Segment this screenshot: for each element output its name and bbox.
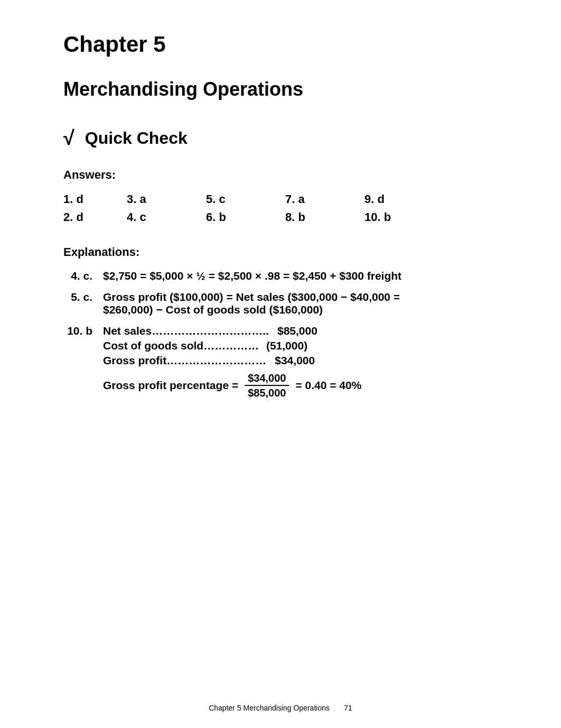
footer-text: Chapter 5 Merchandising Operations xyxy=(209,704,330,712)
explanation-4c-number: 4. c. xyxy=(63,270,92,282)
answer-1: 1. d xyxy=(63,192,127,206)
explanation-4c: 4. c. $2,750 = $5,000 × ½ = $2,500 × .98… xyxy=(63,270,498,282)
gross-profit-value: $34,000 xyxy=(273,354,315,367)
chapter-title: Chapter 5 xyxy=(63,32,498,57)
answer-5: 5. c xyxy=(206,192,285,206)
answer-6: 6. b xyxy=(206,210,285,224)
gp-fraction-numerator: $34,000 xyxy=(245,371,289,386)
gp-fraction-denominator: $85,000 xyxy=(245,386,289,400)
footer-page-number: 71 xyxy=(344,704,352,712)
explanation-4c-text: $2,750 = $5,000 × ½ = $2,500 × .98 = $2,… xyxy=(103,270,498,282)
net-sales-row: Net sales………………………….. $85,000 xyxy=(103,325,361,337)
quick-check-header: √ Quick Check xyxy=(63,127,498,150)
answer-2: 2. d xyxy=(63,210,127,224)
gp-result: = 0.40 = 40% xyxy=(295,379,361,392)
section-title: Merchandising Operations xyxy=(63,78,498,100)
gross-profit-row: Gross profit……………………… $34,000 xyxy=(103,354,361,367)
cogs-label: Cost of goods sold…………… xyxy=(103,339,259,352)
net-sales-label: Net sales………………………….. xyxy=(103,325,269,337)
cogs-value: (51,000) xyxy=(265,339,307,352)
explanation-10b-number: 10. b xyxy=(63,325,92,400)
answer-10: 10. b xyxy=(364,210,444,224)
sqrt-symbol: √ xyxy=(63,127,74,150)
net-sales-value: $85,000 xyxy=(275,325,317,337)
answers-label: Answers: xyxy=(63,168,498,182)
answer-7: 7. a xyxy=(285,192,364,206)
quick-check-title: Quick Check xyxy=(85,128,188,148)
explanation-5c: 5. c. Gross profit ($100,000) = Net sale… xyxy=(63,291,498,316)
answer-8: 8. b xyxy=(285,210,364,224)
gp-fraction: $34,000 $85,000 xyxy=(245,371,289,400)
explanation-5c-line1: Gross profit ($100,000) = Net sales ($30… xyxy=(103,291,498,303)
answers-grid: 1. d 3. a 5. c 7. a 9. d 2. d 4. c 6. b … xyxy=(63,192,498,224)
gp-pct-label: Gross profit percentage = xyxy=(103,379,238,392)
explanation-5c-number: 5. c. xyxy=(63,291,92,316)
explanation-10b-content: Net sales………………………….. $85,000 Cost of go… xyxy=(103,325,361,400)
answer-4: 4. c xyxy=(127,210,206,224)
explanations-label: Explanations: xyxy=(63,245,498,259)
gp-pct-row: Gross profit percentage = $34,000 $85,00… xyxy=(103,371,361,400)
answer-9: 9. d xyxy=(364,192,444,206)
explanation-10b: 10. b Net sales………………………….. $85,000 Cost… xyxy=(63,325,498,400)
gross-profit-label: Gross profit……………………… xyxy=(103,354,266,367)
explanation-5c-line2: $260,000) − Cost of goods sold ($160,000… xyxy=(103,303,498,316)
cogs-row: Cost of goods sold…………… (51,000) xyxy=(103,339,361,352)
explanation-5c-text: Gross profit ($100,000) = Net sales ($30… xyxy=(103,291,498,316)
footer: Chapter 5 Merchandising Operations 71 xyxy=(0,704,561,712)
answer-3: 3. a xyxy=(127,192,206,206)
